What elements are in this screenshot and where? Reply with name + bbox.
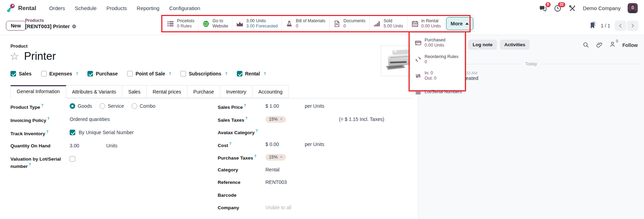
stat-sold-button[interactable]: Sold5.00 Units (370, 16, 407, 31)
notebook-tabs: General Information Attributes & Variant… (10, 85, 413, 98)
category-value[interactable]: Rental (265, 167, 279, 172)
help-icon[interactable]: ? (169, 72, 171, 76)
help-icon[interactable]: ? (229, 142, 231, 146)
stat-value: 0.00 Units (421, 24, 441, 29)
menu-reporting[interactable]: Reporting (133, 3, 163, 13)
radio-combo[interactable]: Combo (132, 103, 155, 109)
menu-products[interactable]: Products (102, 3, 131, 13)
tag-remove-icon[interactable]: × (280, 117, 282, 122)
stat-bill-of-materials-button[interactable]: Bill of Materials0 (282, 16, 329, 31)
tab-accounting[interactable]: Accounting (253, 85, 289, 98)
field-cost: Cost? $ 0.00 per Units (218, 141, 414, 149)
dropdown-reordering-rules[interactable]: Reordering Rules0 (410, 52, 464, 67)
dropdown-lot-serial-numbers[interactable]: Lot/Serial Numbers (410, 87, 464, 97)
cost-uom: per Units (305, 141, 324, 147)
tools-icon[interactable] (568, 5, 576, 12)
valuation-checkbox[interactable] (70, 156, 75, 162)
cost-value[interactable]: $ 0.00 (265, 141, 305, 147)
menu-orders[interactable]: Orders (45, 3, 69, 13)
radio-goods[interactable]: Goods (70, 103, 92, 109)
log-note-button[interactable]: Log note (468, 40, 497, 50)
app-switcher[interactable]: Rental (6, 3, 36, 14)
checkbox-checked-icon[interactable] (237, 71, 242, 76)
more-button[interactable]: More (446, 17, 473, 30)
menu-schedule[interactable]: Schedule (71, 3, 101, 13)
stat-in-rental-button[interactable]: in Rental0.00 Units (408, 16, 445, 31)
stat-forecasted-button[interactable]: 3.00 Units3.00 Forecasted (232, 16, 282, 31)
help-icon[interactable]: ? (41, 104, 43, 107)
area-chart-icon (236, 20, 243, 27)
help-icon[interactable]: ? (76, 72, 78, 76)
messages-icon[interactable]: 8 (539, 5, 547, 12)
tab-purchase[interactable]: Purchase (187, 85, 220, 98)
help-icon[interactable]: ? (244, 104, 246, 107)
radio-icon[interactable] (100, 103, 105, 109)
checkbox-icon[interactable] (127, 71, 133, 76)
help-icon[interactable]: ? (245, 116, 247, 120)
track-inventory-checkbox[interactable] (70, 130, 75, 135)
toggle-rental[interactable]: Rental? (237, 71, 266, 76)
flask-icon (286, 20, 293, 27)
follow-button[interactable]: Follow (622, 42, 638, 48)
radio-icon[interactable] (132, 103, 137, 109)
help-icon[interactable]: ? (254, 154, 256, 158)
breadcrumb-products-link[interactable]: Products (25, 18, 76, 23)
company-switcher[interactable]: Demo Company (583, 5, 621, 11)
checkbox-checked-icon[interactable] (10, 71, 16, 76)
checkbox-icon[interactable] (180, 71, 186, 76)
invoicing-policy-value[interactable]: Ordered quantities (70, 116, 110, 122)
favorite-star-icon[interactable]: ☆ (10, 51, 19, 62)
pager-previous-button[interactable] (615, 21, 626, 31)
user-avatar[interactable] (628, 3, 638, 13)
search-icon[interactable] (583, 42, 589, 48)
tag-remove-icon[interactable]: × (280, 155, 282, 160)
pager-next-button[interactable] (627, 21, 638, 31)
dropdown-purchased[interactable]: Purchased0.00 Units (410, 36, 464, 50)
tab-inventory[interactable]: Inventory (220, 85, 253, 98)
sales-tax-tag[interactable]: 15%× (265, 116, 286, 123)
track-inventory-value[interactable]: By Unique Serial Number (79, 130, 134, 135)
bookmark-icon[interactable] (590, 21, 596, 30)
tab-general-information[interactable]: General Information (10, 85, 66, 98)
quantity-value[interactable]: 3.00 (70, 143, 106, 148)
activities-clock-icon[interactable]: 22 (554, 5, 561, 12)
stat-documents-button[interactable]: Documents0 (329, 16, 370, 31)
stat-label: Bill of Materials (296, 18, 325, 24)
gear-icon[interactable]: ⚙ (72, 24, 76, 29)
toggle-expenses[interactable]: Expenses? (41, 71, 78, 76)
company-value[interactable]: Visible to all (265, 205, 291, 210)
paperclip-icon[interactable] (596, 42, 603, 48)
field-product-type: Product Type? Goods Service Combo (10, 103, 200, 111)
activities-button[interactable]: Activities (500, 40, 530, 50)
help-icon[interactable]: ? (256, 129, 258, 133)
help-icon[interactable]: ? (29, 163, 31, 167)
tab-attributes-variants[interactable]: Attributes & Variants (66, 85, 123, 98)
menu-configuration[interactable]: Configuration (165, 3, 204, 13)
tab-sales[interactable]: Sales (122, 85, 147, 98)
messages-badge: 8 (545, 2, 551, 7)
stat-pricelists-button[interactable]: Pricelists0 Rules (163, 16, 199, 31)
new-button[interactable]: New (6, 21, 26, 31)
purchase-tax-tag[interactable]: 15%× (265, 154, 286, 161)
help-icon[interactable]: ? (47, 117, 49, 121)
product-name[interactable]: Printer (24, 50, 56, 63)
breadcrumb: Products [RENT003] Printer ⚙ (25, 18, 76, 29)
radio-service[interactable]: Service (100, 103, 124, 109)
dropdown-in-out[interactable]: In: 0Out: 0 (410, 69, 464, 83)
help-icon[interactable]: ? (225, 72, 227, 76)
stat-go-to-website-button[interactable]: Go toWebsite (199, 16, 232, 31)
toggle-sales[interactable]: Sales (10, 71, 32, 76)
sales-price-value[interactable]: $ 1.00 (265, 103, 305, 109)
radio-selected-icon[interactable] (70, 103, 75, 109)
toggle-subscriptions[interactable]: Subscriptions? (180, 71, 227, 76)
toggle-purchase[interactable]: Purchase (87, 71, 118, 76)
checkbox-checked-icon[interactable] (87, 71, 93, 76)
checkbox-icon[interactable] (41, 71, 47, 76)
followers-button[interactable]: 0 (609, 41, 616, 49)
help-icon[interactable]: ? (264, 72, 266, 76)
help-icon[interactable]: ? (46, 130, 48, 134)
quantity-uom[interactable]: Units (106, 143, 117, 148)
tab-rental-prices[interactable]: Rental prices (147, 85, 187, 98)
toggle-point-of-sale[interactable]: Point of Sale? (127, 71, 171, 76)
reference-value[interactable]: RENT003 (265, 179, 287, 185)
